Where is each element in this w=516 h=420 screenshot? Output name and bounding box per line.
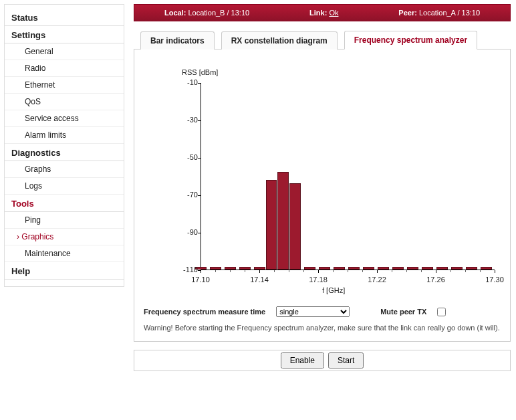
x-tick-mark: [377, 270, 378, 273]
nav-tools[interactable]: Tools: [5, 195, 124, 212]
x-tick-mark: [259, 270, 260, 273]
mute-peer-checkbox[interactable]: [437, 308, 446, 316]
spectrum-bar: [348, 267, 360, 270]
x-tick-label: 17.10: [187, 276, 214, 284]
x-minor-tick: [303, 270, 304, 272]
tools-tabs: Bar indicators RX constellation diagram …: [134, 31, 511, 49]
spectrum-bar: [378, 267, 389, 270]
spectrum-bar: [239, 267, 251, 270]
spectrum-controls: Frequency spectrum measure time single M…: [144, 306, 501, 317]
spectrum-bar: [451, 267, 463, 270]
x-minor-tick: [348, 270, 348, 272]
status-peer-label: Peer:: [398, 9, 417, 17]
x-minor-tick: [274, 270, 275, 272]
spectrum-bar: [225, 267, 236, 270]
spectrum-bar: [304, 267, 315, 270]
tab-bar-indicators[interactable]: Bar indicators: [140, 31, 215, 49]
nav-diagnostics[interactable]: Diagnostics: [5, 144, 124, 161]
spectrum-bar: [407, 267, 418, 270]
x-tick-label: 17.18: [305, 276, 332, 284]
chart-plot-area: [201, 83, 495, 270]
x-tick-mark: [436, 270, 436, 273]
x-minor-tick: [333, 270, 334, 272]
y-tick-label: -90: [175, 228, 198, 236]
nav-settings[interactable]: Settings: [5, 26, 124, 43]
nav-settings-service-access[interactable]: Service access: [5, 110, 124, 127]
status-link: Link: Ok: [309, 9, 338, 17]
x-tick-label: 17.14: [246, 276, 273, 284]
x-minor-tick: [289, 270, 289, 272]
status-local-label: Local:: [164, 9, 186, 17]
spectrum-bar: [289, 183, 301, 270]
x-tick-label: 17.22: [364, 276, 390, 284]
spectrum-bar: [363, 267, 374, 270]
measure-time-select[interactable]: single: [276, 306, 350, 317]
spectrum-panel: RSS [dBm] f [GHz] -10-30-50-70-90-11017.…: [134, 49, 511, 342]
x-tick-mark: [201, 270, 201, 273]
status-peer: Peer: Location_A / 13:10: [398, 9, 480, 17]
nav-status[interactable]: Status: [5, 9, 124, 26]
sidebar-nav: Status Settings General Radio Ethernet Q…: [4, 4, 124, 287]
nav-tools-graphics[interactable]: Graphics: [5, 229, 124, 245]
x-minor-tick: [362, 270, 363, 272]
x-minor-tick: [480, 270, 481, 272]
y-tick-mark: [198, 120, 201, 121]
spectrum-bar: [422, 267, 433, 270]
nav-settings-alarm-limits[interactable]: Alarm limits: [5, 127, 124, 144]
x-tick-mark: [495, 270, 495, 273]
nav-settings-ethernet[interactable]: Ethernet: [5, 77, 124, 94]
enable-button[interactable]: Enable: [281, 352, 324, 369]
spectrum-warning: Warning! Before starting the Frequency s…: [144, 324, 501, 332]
start-button[interactable]: Start: [328, 352, 364, 369]
spectrum-bar: [266, 180, 277, 270]
y-axis-title: RSS [dBm]: [182, 68, 218, 76]
x-minor-tick: [230, 270, 231, 272]
measure-time-label: Frequency spectrum measure time: [144, 308, 265, 316]
nav-settings-general[interactable]: General: [5, 43, 124, 60]
x-tick-label: 17.26: [422, 276, 449, 284]
spectrum-bar: [436, 267, 448, 270]
x-axis-title: f [GHz]: [322, 286, 345, 294]
spectrum-bar: [466, 267, 477, 270]
status-peer-value: Location_A / 13:10: [419, 9, 480, 17]
spectrum-bar: [254, 267, 265, 270]
y-tick-mark: [198, 195, 201, 196]
nav-help[interactable]: Help: [5, 262, 124, 280]
y-tick-label: -30: [175, 116, 198, 124]
spectrum-bar: [334, 267, 345, 270]
x-minor-tick: [450, 270, 451, 272]
x-minor-tick: [245, 270, 245, 272]
mute-peer-label: Mute peer TX: [380, 308, 426, 316]
link-status-bar: Local: Location_B / 13:10 Link: Ok Peer:…: [134, 4, 511, 21]
nav-settings-radio[interactable]: Radio: [5, 60, 124, 77]
y-tick-mark: [198, 83, 201, 84]
y-tick-label: -70: [175, 191, 198, 199]
status-link-label: Link:: [309, 9, 327, 17]
nav-diag-graphs[interactable]: Graphs: [5, 161, 124, 178]
spectrum-bar: [277, 172, 289, 270]
x-minor-tick: [392, 270, 392, 272]
status-local-value: Location_B / 13:10: [188, 9, 249, 17]
x-minor-tick: [215, 270, 216, 272]
y-tick-mark: [198, 158, 201, 159]
x-minor-tick: [465, 270, 466, 272]
y-tick-mark: [198, 233, 201, 233]
x-tick-label: 17.30: [481, 276, 508, 284]
spectrum-bar: [319, 267, 330, 270]
nav-diag-logs[interactable]: Logs: [5, 178, 124, 195]
x-minor-tick: [406, 270, 407, 272]
spectrum-bar: [210, 267, 221, 270]
status-link-value[interactable]: Ok: [329, 9, 338, 17]
y-tick-label: -50: [175, 153, 198, 161]
spectrum-chart: RSS [dBm] f [GHz] -10-30-50-70-90-11017.…: [148, 56, 496, 297]
nav-settings-qos[interactable]: QoS: [5, 94, 124, 110]
y-tick-label: -10: [175, 78, 198, 86]
action-bar: Enable Start: [134, 350, 511, 371]
y-tick-label: -110: [175, 266, 198, 274]
tab-spectrum-analyzer[interactable]: Frequency spectrum analyzer: [344, 31, 477, 49]
nav-tools-ping[interactable]: Ping: [5, 212, 124, 229]
tab-rx-constellation[interactable]: RX constellation diagram: [221, 31, 338, 49]
status-local: Local: Location_B / 13:10: [164, 9, 249, 17]
nav-tools-maintenance[interactable]: Maintenance: [5, 245, 124, 262]
spectrum-bar: [392, 267, 404, 270]
